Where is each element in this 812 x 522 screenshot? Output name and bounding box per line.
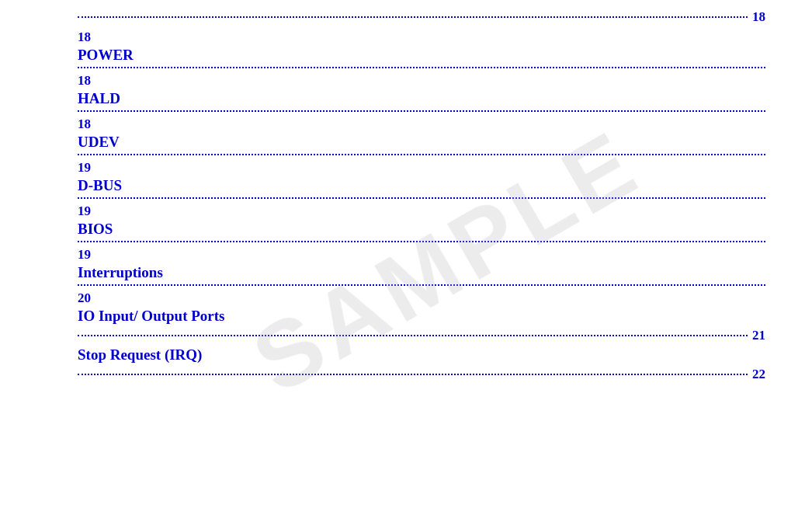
toc-entry-udev: 18 UDEV (78, 117, 765, 155)
toc-entry-io: 20 IO Input/ Output Ports (78, 291, 765, 325)
dots-separator-bios (78, 241, 765, 242)
toc-entry-power: 18 POWER (78, 30, 765, 68)
page-number-power[interactable]: 18 (78, 30, 765, 45)
toc-link-power[interactable]: POWER (78, 47, 765, 64)
dots-separator-power (78, 67, 765, 68)
dots (78, 374, 748, 375)
dots-separator-top: 18 (78, 9, 765, 25)
dots-separator-bottom: 22 (78, 367, 765, 382)
page-number-hald[interactable]: 18 (78, 73, 765, 89)
toc-link-udev[interactable]: UDEV (78, 134, 765, 151)
toc-link-bios[interactable]: BIOS (78, 221, 765, 238)
page-number-io[interactable]: 20 (78, 291, 765, 306)
page-number-bios[interactable]: 19 (78, 204, 765, 219)
dots-separator-udev (78, 154, 765, 155)
toc-link-dbus[interactable]: D-BUS (78, 177, 765, 194)
toc-link-hald[interactable]: HALD (78, 90, 765, 107)
page-number-dbus[interactable]: 19 (78, 160, 765, 176)
page-number-interruptions[interactable]: 19 (78, 247, 765, 263)
dots-separator-interruptions (78, 284, 765, 286)
page-ref-top[interactable]: 18 (752, 9, 765, 25)
page-number-udev[interactable]: 18 (78, 117, 765, 132)
toc-entry-interruptions: 19 Interruptions (78, 247, 765, 286)
dots-separator-stop-request-top: 21 (78, 328, 765, 343)
page-ref-22[interactable]: 22 (752, 367, 765, 382)
dots (78, 16, 748, 18)
dots (78, 335, 748, 336)
toc-entry-stop-request: Stop Request (IRQ) (78, 346, 765, 364)
toc-entry-bios: 19 BIOS (78, 204, 765, 242)
page-ref-21[interactable]: 21 (752, 328, 765, 343)
toc-link-io[interactable]: IO Input/ Output Ports (78, 308, 765, 325)
dots-separator-hald (78, 110, 765, 112)
dots-separator-dbus (78, 197, 765, 199)
toc-entry-hald: 18 HALD (78, 73, 765, 112)
toc-link-stop-request[interactable]: Stop Request (IRQ) (78, 346, 765, 364)
toc-container: 18 18 POWER 18 HALD 18 UDEV 19 D-BUS 19 … (0, 0, 812, 392)
toc-link-interruptions[interactable]: Interruptions (78, 264, 765, 281)
toc-entry-dbus: 19 D-BUS (78, 160, 765, 199)
